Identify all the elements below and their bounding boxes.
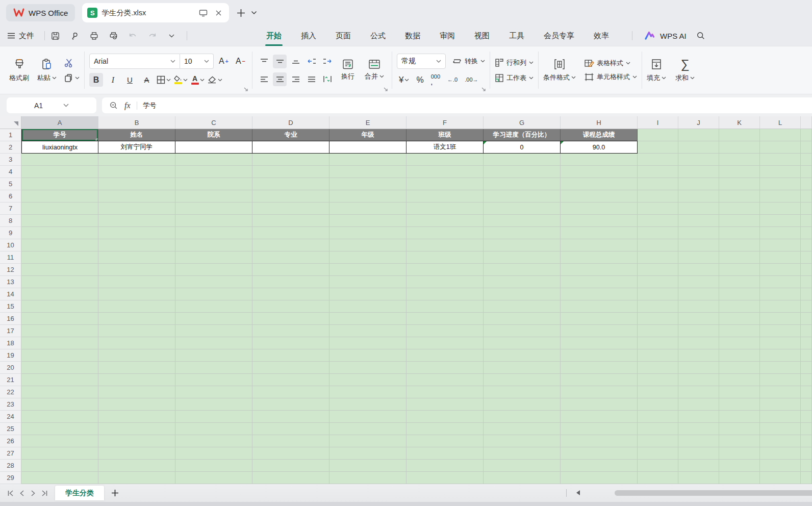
cell-E8[interactable] [329,215,407,227]
cell-A19[interactable] [21,349,98,362]
cell-E16[interactable] [329,313,407,325]
cell-B8[interactable] [98,215,175,227]
cell-C19[interactable] [175,349,252,362]
redo-icon[interactable] [146,30,158,42]
cell-A27[interactable] [21,447,98,460]
cell-L8[interactable] [760,215,801,227]
cell-B29[interactable] [98,472,175,484]
cell-I12[interactable] [638,264,678,276]
cell-G16[interactable] [484,313,561,325]
cell-J7[interactable] [678,203,719,215]
cell-K28[interactable] [719,460,760,472]
borders-button[interactable] [157,73,171,87]
cell-C27[interactable] [175,447,252,460]
cell-A5[interactable] [21,178,98,190]
row-header-9[interactable]: 9 [0,227,21,239]
font-color-button[interactable]: A [191,73,205,87]
cell-F11[interactable] [407,251,484,264]
cell-L5[interactable] [760,178,801,190]
convert-button[interactable]: 转换 [452,57,485,66]
cell-A29[interactable] [21,472,98,484]
cell-C22[interactable] [175,386,252,398]
cell-G11[interactable] [484,251,561,264]
cell-A17[interactable] [21,325,98,337]
cell-F19[interactable] [407,349,484,362]
cell-G21[interactable] [484,374,561,386]
cell-L1[interactable] [760,129,801,141]
cell-A13[interactable] [21,276,98,288]
row-header-20[interactable]: 20 [0,362,21,374]
cell-D21[interactable] [252,374,329,386]
align-bottom-button[interactable] [289,55,302,68]
cell-K12[interactable] [719,264,760,276]
dialog-launcher-icon[interactable] [244,87,248,92]
cell-D17[interactable] [252,325,329,337]
cell-M28[interactable] [801,460,812,472]
dialog-launcher-icon[interactable] [384,87,388,92]
cell-G9[interactable] [484,227,561,239]
cell-E20[interactable] [329,362,407,374]
cell-L12[interactable] [760,264,801,276]
cell-K10[interactable] [719,239,760,251]
cell-J8[interactable] [678,215,719,227]
cell-E14[interactable] [329,288,407,300]
cell-C2[interactable] [175,141,252,154]
cell-G29[interactable] [484,472,561,484]
cell-B28[interactable] [98,460,175,472]
row-header-12[interactable]: 12 [0,264,21,276]
ribbon-tab-9[interactable]: 效率 [594,31,609,41]
column-header-partial[interactable] [801,116,812,129]
cell-B18[interactable] [98,337,175,349]
cell-I6[interactable] [638,190,678,203]
cell-B17[interactable] [98,325,175,337]
cell-B26[interactable] [98,435,175,447]
cell-D5[interactable] [252,178,329,190]
cell-A16[interactable] [21,313,98,325]
cell-K24[interactable] [719,411,760,423]
row-header-24[interactable]: 24 [0,411,21,423]
cell-D27[interactable] [252,447,329,460]
align-right-button[interactable] [289,72,302,86]
decrease-decimal-button[interactable]: ←.0 [447,73,458,87]
column-header-E[interactable]: E [329,116,407,129]
cell-B14[interactable] [98,288,175,300]
tab-list-chevron-icon[interactable] [251,11,257,15]
cell-J3[interactable] [678,154,719,166]
cell-E25[interactable] [329,423,407,435]
cell-I13[interactable] [638,276,678,288]
cell-I20[interactable] [638,362,678,374]
cell-C9[interactable] [175,227,252,239]
cell-H27[interactable] [561,447,638,460]
row-header-28[interactable]: 28 [0,460,21,472]
cell-E5[interactable] [329,178,407,190]
cell-L9[interactable] [760,227,801,239]
cell-D7[interactable] [252,203,329,215]
cell-F8[interactable] [407,215,484,227]
cell-C29[interactable] [175,472,252,484]
ribbon-tab-6[interactable]: 视图 [474,31,490,41]
wrap-text-button[interactable]: 换行 [338,57,358,83]
cell-F21[interactable] [407,374,484,386]
cell-M21[interactable] [801,374,812,386]
cell-H25[interactable] [561,423,638,435]
cell-H8[interactable] [561,215,638,227]
cell-G3[interactable] [484,154,561,166]
cell-K6[interactable] [719,190,760,203]
cell-B7[interactable] [98,203,175,215]
row-header-21[interactable]: 21 [0,374,21,386]
cell-G27[interactable] [484,447,561,460]
cell-A25[interactable] [21,423,98,435]
format-painter-button[interactable]: 格式刷 [5,55,33,86]
cell-B12[interactable] [98,264,175,276]
row-header-11[interactable]: 11 [0,251,21,264]
row-header-17[interactable]: 17 [0,325,21,337]
cell-K1[interactable] [719,129,760,141]
cell-E15[interactable] [329,300,407,313]
cell-B22[interactable] [98,386,175,398]
cell-G13[interactable] [484,276,561,288]
cell-D25[interactable] [252,423,329,435]
cell-style-button[interactable]: 单元格样式 [584,72,637,82]
cell-A3[interactable] [21,154,98,166]
cell-A9[interactable] [21,227,98,239]
cell-A7[interactable] [21,203,98,215]
